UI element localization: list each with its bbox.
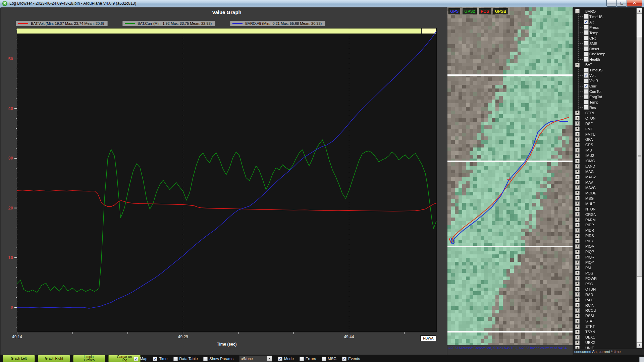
collapse-icon[interactable]: −: [575, 9, 580, 13]
expand-icon[interactable]: +: [575, 314, 580, 318]
expand-icon[interactable]: +: [575, 265, 580, 270]
tree-item-baro-sms[interactable]: SMS: [573, 41, 638, 46]
tree-checkbox[interactable]: [584, 36, 589, 41]
tree-checkbox[interactable]: [584, 52, 589, 57]
expand-icon[interactable]: +: [575, 324, 580, 329]
expand-icon[interactable]: +: [575, 201, 580, 206]
expand-icon[interactable]: +: [575, 228, 580, 233]
expand-icon[interactable]: +: [575, 116, 580, 120]
tree-group-mav[interactable]: +MAV: [573, 180, 638, 185]
expand-icon[interactable]: +: [575, 287, 580, 291]
collapse-icon[interactable]: −: [575, 63, 580, 67]
limpiar-gr-fico-button[interactable]: Limpiar Gráfico: [73, 355, 105, 362]
tree-scrollbar[interactable]: ▲ ▼: [636, 8, 642, 348]
chevron-down-icon[interactable]: ▼: [267, 356, 272, 361]
tree-item-baro-health[interactable]: Health: [573, 57, 638, 62]
expand-icon[interactable]: +: [575, 137, 580, 142]
tree-group-mode[interactable]: +MODE: [573, 190, 638, 196]
tree-checkbox[interactable]: ✓: [584, 19, 589, 24]
legend-item[interactable]: BARO.Alt (Min: -0,21 Max: 55,68 Mean: 20…: [230, 21, 325, 26]
expand-icon[interactable]: +: [575, 319, 580, 323]
tree-group-rcou[interactable]: +RCOU: [573, 308, 638, 313]
tree-checkbox[interactable]: [584, 25, 589, 30]
expand-icon[interactable]: +: [575, 180, 580, 184]
restore-button[interactable]: ▢: [616, 0, 627, 7]
tree-group-ubx2[interactable]: +UBX2: [573, 340, 638, 345]
tree-item-bat-currtot[interactable]: CurrTot: [573, 89, 638, 94]
tree-group-piqa[interactable]: +PIQA: [573, 244, 638, 249]
tree-group-pidr[interactable]: +PIDR: [573, 228, 638, 233]
tree-item-baro-crt[interactable]: CRt: [573, 36, 638, 41]
checkbox[interactable]: ✓: [278, 357, 282, 361]
tree-checkbox[interactable]: [584, 46, 589, 51]
checkbox[interactable]: ✓: [153, 357, 157, 361]
title-bar[interactable]: Log Browser - 2023-06-24 09-43-18.bin - …: [0, 0, 644, 8]
expand-icon[interactable]: +: [575, 255, 580, 259]
tree-group-parm[interactable]: +PARM: [573, 217, 638, 223]
tree-checkbox[interactable]: [584, 105, 589, 110]
expand-icon[interactable]: +: [575, 175, 580, 179]
graph-right-button[interactable]: Graph Right: [38, 355, 70, 362]
expand-icon[interactable]: +: [575, 276, 580, 281]
toggle-time[interactable]: ✓Time: [153, 357, 167, 361]
tree-group-rate[interactable]: +RATE: [573, 297, 638, 303]
expand-icon[interactable]: +: [575, 330, 580, 334]
checkbox[interactable]: ✓: [342, 357, 346, 361]
toggle-map[interactable]: ✓Map: [134, 357, 147, 361]
expand-icon[interactable]: +: [575, 239, 580, 243]
graph-left-button[interactable]: Graph Left: [3, 355, 35, 362]
map-overlay-toggle-gpsb[interactable]: GPSB: [493, 8, 508, 14]
tree-group-piqp[interactable]: +PIQP: [573, 249, 638, 254]
expand-icon[interactable]: +: [575, 143, 580, 147]
toggle-show-params[interactable]: Show Params: [203, 357, 233, 361]
toggle-mode[interactable]: ✓Mode: [278, 357, 294, 361]
tree-group-ubx1[interactable]: +UBX1: [573, 335, 638, 340]
tree-checkbox[interactable]: [584, 57, 589, 62]
scrollbar-thumb[interactable]: [637, 37, 642, 277]
tree-group-stat[interactable]: +STAT: [573, 318, 638, 324]
expand-icon[interactable]: +: [575, 292, 580, 297]
checkbox[interactable]: [322, 357, 326, 361]
tree-item-bat-voltr[interactable]: VoltR: [573, 78, 638, 83]
expand-icon[interactable]: +: [575, 223, 580, 227]
tree-item-baro-alt[interactable]: ✓Alt: [573, 19, 638, 25]
tree-checkbox[interactable]: ✓: [584, 84, 589, 89]
expand-icon[interactable]: +: [575, 148, 580, 153]
legend-item[interactable]: BAT.Curr (Min: 1,92 Max: 33,75 Mean: 22,…: [122, 21, 215, 26]
expand-icon[interactable]: +: [575, 159, 580, 163]
tree-group-bat[interactable]: −BAT: [573, 62, 638, 67]
toggle-events[interactable]: ✓Events: [342, 357, 360, 361]
tree-group-orgn[interactable]: +ORGN: [573, 212, 638, 217]
expand-icon[interactable]: +: [575, 132, 580, 136]
expand-icon[interactable]: +: [575, 218, 580, 222]
tree-group-powr[interactable]: +POWR: [573, 276, 638, 281]
expand-icon[interactable]: +: [575, 298, 580, 302]
expand-icon[interactable]: +: [575, 282, 580, 286]
tree-item-bat-enrgtot[interactable]: EnrgTot: [573, 94, 638, 100]
toggle-errors[interactable]: Errors: [300, 357, 316, 361]
toggle-msg[interactable]: MSG: [322, 357, 336, 361]
tree-checkbox[interactable]: [584, 89, 589, 94]
chart-canvas[interactable]: [14, 28, 437, 337]
tree-group-iomc[interactable]: +IOMC: [573, 158, 638, 164]
tree-group-tsyn[interactable]: +TSYN: [573, 329, 638, 335]
tree-group-msg[interactable]: +MSG: [573, 196, 638, 201]
tree-group-mult[interactable]: +MULT: [573, 201, 638, 206]
expand-icon[interactable]: +: [575, 196, 580, 200]
tree-group-dsf[interactable]: +DSF: [573, 121, 638, 126]
tree-group-fmtu[interactable]: +FMTU: [573, 132, 638, 137]
checkbox[interactable]: ✓: [134, 357, 138, 361]
tree-group-rad[interactable]: +RAD: [573, 292, 638, 297]
minimize-button[interactable]: —: [606, 0, 617, 7]
tree-item-baro-gndtemp[interactable]: GndTemp: [573, 52, 638, 57]
tree-group-ctrl[interactable]: +CTRL: [573, 110, 638, 116]
tree-checkbox[interactable]: [584, 68, 589, 73]
tree-group-pidp[interactable]: +PIDP: [573, 223, 638, 228]
tree-checkbox[interactable]: [584, 94, 589, 99]
tree-group-qtun[interactable]: +QTUN: [573, 287, 638, 292]
tree-group-ntun[interactable]: +NTUN: [573, 206, 638, 212]
scrollbar-up-arrow[interactable]: ▲: [637, 8, 642, 14]
log-field-tree[interactable]: −BAROTimeUS✓AltPressTempCRtSMSOffsetGndT…: [573, 7, 644, 349]
tree-checkbox[interactable]: [584, 41, 589, 46]
map-overlay-toggle-pos[interactable]: POS: [479, 8, 491, 14]
